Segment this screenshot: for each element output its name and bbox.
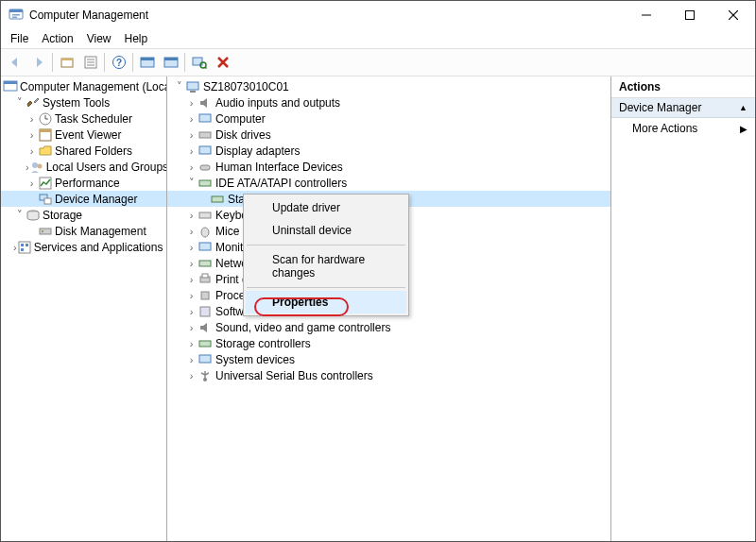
local-users-icon (29, 160, 44, 175)
collapse-icon[interactable]: ˅ (13, 96, 26, 109)
expand-icon[interactable]: › (185, 290, 198, 301)
menu-action[interactable]: Action (36, 31, 78, 46)
expand-icon[interactable]: › (185, 113, 198, 125)
expand-icon[interactable]: › (185, 161, 198, 173)
show-hidden-button[interactable] (136, 52, 158, 74)
device-icon-button[interactable] (160, 52, 181, 74)
network-icon (198, 256, 213, 271)
expand-icon[interactable]: › (185, 274, 198, 285)
tree-local-users[interactable]: › Local Users and Groups (1, 159, 166, 175)
svg-rect-50 (199, 180, 211, 186)
device-hid[interactable]: ›Human Interface Devices (167, 159, 610, 175)
app-window: Computer Management File Action View Hel… (0, 0, 756, 542)
tree-root[interactable]: Computer Management (Local) (1, 78, 166, 94)
expand-icon[interactable]: › (185, 258, 198, 269)
expand-icon[interactable]: › (26, 113, 38, 125)
device-root[interactable]: ˅ SZ18073010C01 (167, 78, 610, 94)
window-title: Computer Management (29, 8, 148, 22)
collapse-arrow-icon: ▲ (739, 103, 747, 112)
expand-icon[interactable]: › (26, 129, 38, 141)
svg-rect-44 (187, 82, 198, 90)
performance-icon (38, 176, 53, 191)
context-menu: Update driver Uninstall device Scan for … (243, 194, 409, 316)
expand-icon[interactable]: › (185, 129, 198, 141)
svg-rect-42 (26, 244, 28, 246)
device-ide[interactable]: ˅IDE ATA/ATAPI controllers (167, 175, 610, 191)
device-disk[interactable]: ›Disk drives (167, 127, 610, 143)
collapse-icon[interactable]: ˅ (173, 80, 185, 93)
submenu-arrow-icon: ▶ (740, 124, 747, 134)
expand-icon[interactable]: › (185, 322, 198, 333)
device-display[interactable]: ›Display adapters (167, 143, 610, 159)
close-button[interactable] (712, 1, 755, 29)
help-button[interactable]: ? (108, 52, 129, 74)
expand-icon[interactable]: › (185, 370, 198, 381)
svg-rect-45 (190, 91, 196, 93)
expand-icon[interactable]: › (185, 226, 198, 237)
tree-shared-folders[interactable]: › Shared Folders (1, 143, 166, 159)
ide-controller-icon (198, 176, 213, 191)
expand-icon[interactable]: › (26, 178, 38, 189)
expand-icon[interactable]: › (185, 97, 198, 109)
svg-rect-36 (44, 198, 51, 204)
tree-system-tools[interactable]: ˅ System Tools (1, 94, 166, 110)
ctx-uninstall-device[interactable]: Uninstall device (246, 219, 406, 242)
device-storage-controllers[interactable]: ›Storage controllers (167, 335, 610, 351)
expand-icon[interactable]: › (26, 145, 38, 157)
minimize-button[interactable] (625, 1, 668, 29)
svg-rect-17 (141, 58, 154, 60)
system-tools-icon (26, 95, 41, 110)
toolbar-separator (104, 53, 105, 72)
ctx-update-driver[interactable]: Update driver (246, 196, 406, 219)
device-computer[interactable]: ›Computer (167, 110, 610, 127)
properties-button[interactable] (79, 52, 101, 74)
software-icon (198, 304, 213, 319)
device-sound[interactable]: ›Sound, video and game controllers (167, 319, 610, 335)
expand-icon[interactable]: › (185, 354, 198, 365)
svg-rect-40 (19, 242, 30, 253)
actions-more[interactable]: More Actions ▶ (611, 118, 755, 139)
services-icon (17, 240, 32, 255)
toolbar: ? (1, 48, 755, 76)
ctx-scan-hardware[interactable]: Scan for hardware changes (246, 248, 406, 284)
tree-event-viewer[interactable]: › Event Viewer (1, 127, 166, 143)
left-tree-pane[interactable]: Computer Management (Local) ˅ System Too… (1, 76, 167, 541)
svg-rect-41 (21, 244, 24, 246)
tree-disk-management[interactable]: Disk Management (1, 223, 166, 239)
uninstall-button[interactable] (212, 52, 233, 74)
context-menu-separator (247, 287, 405, 288)
context-menu-separator (247, 245, 405, 246)
device-system[interactable]: ›System devices (167, 351, 610, 367)
disk-icon (198, 127, 213, 143)
ctx-properties[interactable]: Properties (246, 291, 406, 313)
expand-icon[interactable]: › (185, 145, 198, 157)
app-icon (9, 8, 24, 23)
maximize-button[interactable] (668, 1, 712, 29)
menu-help[interactable]: Help (119, 31, 154, 46)
svg-rect-49 (200, 165, 210, 170)
tree-storage[interactable]: ˅ Storage (1, 207, 166, 223)
expand-icon[interactable]: › (185, 210, 198, 221)
device-tree-pane[interactable]: ˅ SZ18073010C01 ›Audio inputs and output… (167, 76, 611, 541)
expand-icon[interactable]: › (185, 242, 198, 253)
device-usb[interactable]: ›Universal Serial Bus controllers (167, 367, 610, 383)
collapse-icon[interactable]: ˅ (185, 177, 198, 189)
tree-services-apps[interactable]: › Services and Applications (1, 239, 166, 255)
scan-hardware-button[interactable] (188, 52, 210, 74)
menu-view[interactable]: View (81, 31, 117, 46)
tree-device-manager[interactable]: Device Manager (1, 191, 166, 207)
collapse-icon[interactable]: ˅ (13, 209, 26, 221)
tree-performance[interactable]: › Performance (1, 175, 166, 191)
svg-rect-38 (40, 229, 51, 234)
up-button[interactable] (56, 52, 77, 74)
actions-header: Actions (611, 76, 755, 98)
task-scheduler-icon (38, 111, 53, 127)
expand-icon[interactable]: › (185, 338, 198, 349)
device-audio[interactable]: ›Audio inputs and outputs (167, 94, 610, 110)
tree-task-scheduler[interactable]: › Task Scheduler (1, 110, 166, 127)
menu-file[interactable]: File (5, 31, 34, 46)
svg-rect-43 (21, 248, 24, 251)
expand-icon[interactable]: › (185, 306, 198, 317)
titlebar: Computer Management (1, 1, 755, 29)
actions-device-manager[interactable]: Device Manager ▲ (611, 98, 755, 118)
